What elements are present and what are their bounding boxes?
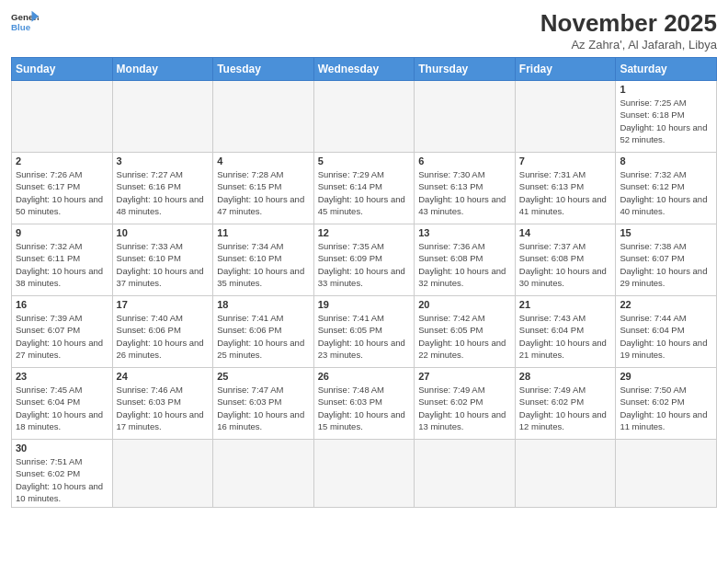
- table-row: [616, 440, 717, 508]
- svg-text:Blue: Blue: [11, 22, 31, 32]
- day-info: Sunrise: 7:47 AM Sunset: 6:03 PM Dayligh…: [217, 384, 310, 432]
- day-number: 18: [217, 299, 310, 310]
- header-wednesday: Wednesday: [313, 58, 415, 81]
- day-number: 8: [620, 155, 712, 167]
- table-row: [515, 440, 616, 508]
- day-info: Sunrise: 7:29 AM Sunset: 6:14 PM Dayligh…: [318, 168, 411, 217]
- day-number: 19: [318, 299, 411, 310]
- table-row: 3Sunrise: 7:27 AM Sunset: 6:16 PM Daylig…: [112, 153, 213, 224]
- calendar-page: General Blue November 2025 Az Zahra', Al…: [0, 0, 728, 563]
- table-row: [415, 440, 516, 508]
- day-info: Sunrise: 7:46 AM Sunset: 6:03 PM Dayligh…: [117, 384, 210, 432]
- month-title: November 2025: [540, 9, 717, 38]
- day-info: Sunrise: 7:39 AM Sunset: 6:07 PM Dayligh…: [16, 312, 108, 361]
- table-row: 21Sunrise: 7:43 AM Sunset: 6:04 PM Dayli…: [515, 296, 616, 368]
- table-row: [515, 81, 616, 153]
- day-number: 25: [217, 371, 310, 382]
- header-row: Sunday Monday Tuesday Wednesday Thursday…: [12, 58, 717, 81]
- day-info: Sunrise: 7:32 AM Sunset: 6:11 PM Dayligh…: [16, 240, 108, 289]
- table-row: 11Sunrise: 7:34 AM Sunset: 6:10 PM Dayli…: [213, 224, 314, 296]
- table-row: [213, 440, 314, 508]
- day-info: Sunrise: 7:42 AM Sunset: 6:05 PM Dayligh…: [418, 312, 511, 361]
- day-number: 16: [16, 299, 108, 310]
- day-info: Sunrise: 7:34 AM Sunset: 6:10 PM Dayligh…: [217, 240, 310, 289]
- header-tuesday: Tuesday: [213, 58, 314, 81]
- day-number: 23: [16, 371, 108, 382]
- calendar-table: Sunday Monday Tuesday Wednesday Thursday…: [11, 57, 717, 508]
- day-info: Sunrise: 7:44 AM Sunset: 6:04 PM Dayligh…: [620, 312, 712, 361]
- day-number: 12: [318, 227, 411, 238]
- day-number: 28: [519, 371, 612, 382]
- day-number: 13: [418, 227, 511, 238]
- day-info: Sunrise: 7:43 AM Sunset: 6:04 PM Dayligh…: [519, 312, 612, 361]
- day-info: Sunrise: 7:30 AM Sunset: 6:13 PM Dayligh…: [418, 168, 511, 217]
- table-row: 14Sunrise: 7:37 AM Sunset: 6:08 PM Dayli…: [515, 224, 616, 296]
- table-row: 2Sunrise: 7:26 AM Sunset: 6:17 PM Daylig…: [12, 153, 113, 224]
- table-row: 18Sunrise: 7:41 AM Sunset: 6:06 PM Dayli…: [213, 296, 314, 368]
- day-number: 26: [318, 371, 411, 382]
- day-number: 11: [217, 227, 310, 238]
- table-row: [112, 440, 213, 508]
- day-info: Sunrise: 7:27 AM Sunset: 6:16 PM Dayligh…: [117, 168, 210, 217]
- day-info: Sunrise: 7:25 AM Sunset: 6:18 PM Dayligh…: [620, 97, 712, 145]
- table-row: [213, 81, 314, 153]
- day-number: 22: [620, 299, 712, 310]
- day-info: Sunrise: 7:48 AM Sunset: 6:03 PM Dayligh…: [318, 384, 411, 432]
- day-number: 5: [318, 155, 411, 167]
- table-row: 17Sunrise: 7:40 AM Sunset: 6:06 PM Dayli…: [112, 296, 213, 368]
- table-row: 27Sunrise: 7:49 AM Sunset: 6:02 PM Dayli…: [415, 368, 516, 440]
- table-row: 23Sunrise: 7:45 AM Sunset: 6:04 PM Dayli…: [12, 368, 113, 440]
- table-row: 19Sunrise: 7:41 AM Sunset: 6:05 PM Dayli…: [313, 296, 415, 368]
- table-row: 10Sunrise: 7:33 AM Sunset: 6:10 PM Dayli…: [112, 224, 213, 296]
- day-number: 17: [117, 299, 210, 310]
- day-number: 24: [117, 371, 210, 382]
- table-row: 5Sunrise: 7:29 AM Sunset: 6:14 PM Daylig…: [313, 153, 415, 224]
- day-number: 1: [620, 84, 712, 95]
- day-info: Sunrise: 7:36 AM Sunset: 6:08 PM Dayligh…: [418, 240, 511, 289]
- table-row: 1Sunrise: 7:25 AM Sunset: 6:18 PM Daylig…: [616, 81, 717, 153]
- day-info: Sunrise: 7:41 AM Sunset: 6:05 PM Dayligh…: [318, 312, 411, 361]
- table-row: 16Sunrise: 7:39 AM Sunset: 6:07 PM Dayli…: [12, 296, 113, 368]
- table-row: 22Sunrise: 7:44 AM Sunset: 6:04 PM Dayli…: [616, 296, 717, 368]
- day-number: 4: [217, 155, 310, 167]
- header-monday: Monday: [112, 58, 213, 81]
- day-info: Sunrise: 7:26 AM Sunset: 6:17 PM Dayligh…: [16, 168, 108, 217]
- day-info: Sunrise: 7:33 AM Sunset: 6:10 PM Dayligh…: [117, 240, 210, 289]
- header-friday: Friday: [515, 58, 616, 81]
- day-number: 6: [418, 155, 511, 167]
- table-row: 26Sunrise: 7:48 AM Sunset: 6:03 PM Dayli…: [313, 368, 415, 440]
- day-number: 14: [519, 227, 612, 238]
- day-number: 30: [16, 442, 108, 454]
- day-number: 9: [16, 227, 108, 238]
- table-row: 6Sunrise: 7:30 AM Sunset: 6:13 PM Daylig…: [415, 153, 516, 224]
- header: General Blue November 2025 Az Zahra', Al…: [11, 9, 717, 52]
- day-info: Sunrise: 7:49 AM Sunset: 6:02 PM Dayligh…: [418, 384, 511, 432]
- table-row: 20Sunrise: 7:42 AM Sunset: 6:05 PM Dayli…: [415, 296, 516, 368]
- day-number: 21: [519, 299, 612, 310]
- day-info: Sunrise: 7:50 AM Sunset: 6:02 PM Dayligh…: [620, 384, 712, 432]
- location-title: Az Zahra', Al Jafarah, Libya: [540, 38, 717, 52]
- table-row: 9Sunrise: 7:32 AM Sunset: 6:11 PM Daylig…: [12, 224, 113, 296]
- table-row: 12Sunrise: 7:35 AM Sunset: 6:09 PM Dayli…: [313, 224, 415, 296]
- day-info: Sunrise: 7:40 AM Sunset: 6:06 PM Dayligh…: [117, 312, 210, 361]
- day-info: Sunrise: 7:37 AM Sunset: 6:08 PM Dayligh…: [519, 240, 612, 289]
- day-info: Sunrise: 7:41 AM Sunset: 6:06 PM Dayligh…: [217, 312, 310, 361]
- table-row: 29Sunrise: 7:50 AM Sunset: 6:02 PM Dayli…: [616, 368, 717, 440]
- table-row: [313, 440, 415, 508]
- table-row: [415, 81, 516, 153]
- day-number: 7: [519, 155, 612, 167]
- day-number: 20: [418, 299, 511, 310]
- day-info: Sunrise: 7:45 AM Sunset: 6:04 PM Dayligh…: [16, 384, 108, 432]
- table-row: 25Sunrise: 7:47 AM Sunset: 6:03 PM Dayli…: [213, 368, 314, 440]
- day-info: Sunrise: 7:49 AM Sunset: 6:02 PM Dayligh…: [519, 384, 612, 432]
- day-info: Sunrise: 7:28 AM Sunset: 6:15 PM Dayligh…: [217, 168, 310, 217]
- day-number: 2: [16, 155, 108, 167]
- day-number: 15: [620, 227, 712, 238]
- header-sunday: Sunday: [12, 58, 113, 81]
- day-info: Sunrise: 7:32 AM Sunset: 6:12 PM Dayligh…: [620, 168, 712, 217]
- header-saturday: Saturday: [616, 58, 717, 81]
- table-row: 4Sunrise: 7:28 AM Sunset: 6:15 PM Daylig…: [213, 153, 314, 224]
- table-row: 28Sunrise: 7:49 AM Sunset: 6:02 PM Dayli…: [515, 368, 616, 440]
- logo-icon: General Blue: [11, 9, 39, 33]
- table-row: 24Sunrise: 7:46 AM Sunset: 6:03 PM Dayli…: [112, 368, 213, 440]
